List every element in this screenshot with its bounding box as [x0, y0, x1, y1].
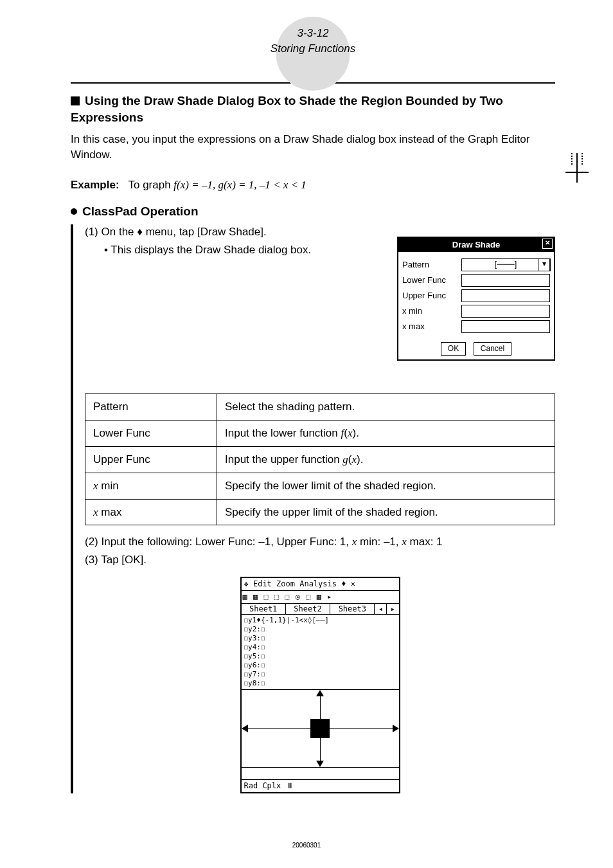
cancel-button[interactable]: Cancel	[474, 342, 511, 356]
step-3: (3) Tap [OK].	[85, 552, 555, 568]
table-row: Lower FuncInput the lower function f(x).	[85, 420, 555, 447]
pattern-label: Pattern	[402, 259, 461, 271]
square-bullet-icon	[71, 96, 80, 105]
dialog-title: Draw Shade ✕	[398, 238, 554, 252]
page-section: Storing Functions	[271, 42, 355, 55]
ok-button[interactable]: OK	[441, 342, 466, 356]
calc-tabs[interactable]: Sheet1 Sheet2 Sheet3 ◂ ▸	[242, 604, 399, 615]
graph-panel	[242, 690, 399, 768]
steps-block: (1) On the ♦ menu, tap [Draw Shade]. • T…	[71, 224, 555, 793]
page-header: 3-3-12 Storing Functions	[71, 26, 555, 57]
example-line: Example: To graph f(x) = –1, g(x) = 1, –…	[71, 177, 555, 193]
xmin-label: x min	[402, 305, 461, 317]
tab-sheet2[interactable]: Sheet2	[286, 604, 330, 615]
intro-text: In this case, you input the expressions …	[71, 132, 555, 163]
step-2: (2) Input the following: Lower Func: –1,…	[85, 534, 555, 550]
table-row: x minSpecify the lower limit of the shad…	[85, 473, 555, 499]
calc-toolbar[interactable]: ▦ ▦ ⬚ ⬚ ⬚ ◎ ⬚ ▦ ▸	[242, 591, 399, 604]
calc-input-line[interactable]	[242, 768, 399, 780]
upper-func-input[interactable]	[461, 289, 550, 302]
tab-sheet1[interactable]: Sheet1	[242, 604, 286, 615]
lower-func-label: Lower Func	[402, 275, 461, 286]
xmax-input[interactable]	[461, 320, 550, 333]
close-icon[interactable]: ✕	[542, 239, 553, 249]
lower-func-input[interactable]	[461, 274, 550, 287]
table-row: Upper FuncInput the upper function g(x).	[85, 446, 555, 473]
calculator-screen: ❖ Edit Zoom Analysis ♦ ✕ ▦ ▦ ⬚ ⬚ ⬚ ◎ ⬚ ▦…	[240, 577, 400, 793]
table-row: x maxSpecify the upper limit of the shad…	[85, 499, 555, 525]
operation-heading: ClassPad Operation	[71, 203, 555, 221]
example-expression: f(x) = –1, g(x) = 1, –1 < x < 1	[173, 179, 306, 191]
draw-shade-dialog: Draw Shade ✕ Pattern [───] ▾ Lower Func …	[397, 237, 555, 361]
xmax-label: x max	[402, 321, 461, 332]
footer-date: 20060301	[0, 841, 613, 850]
calc-statusbar: Rad Cplx ⏸	[242, 780, 399, 792]
chevron-down-icon[interactable]: ▾	[538, 258, 551, 271]
pattern-select[interactable]: [───] ▾	[461, 258, 550, 271]
section-heading: Using the Draw Shade Dialog Box to Shade…	[71, 93, 555, 127]
function-list[interactable]: ☐y1♦{-1,1}|-1<x◊[──] ☐y2:☐ ☐y3:☐ ☐y4:☐ ☐…	[242, 615, 399, 690]
crop-mark-icon	[565, 153, 589, 183]
calc-menubar[interactable]: ❖ Edit Zoom Analysis ♦ ✕	[242, 578, 399, 591]
example-label: Example:	[71, 179, 120, 191]
upper-func-label: Upper Func	[402, 290, 461, 302]
param-table: PatternSelect the shading pattern. Lower…	[85, 393, 555, 525]
xmin-input[interactable]	[461, 305, 550, 318]
table-row: PatternSelect the shading pattern.	[85, 394, 555, 420]
tab-left-icon[interactable]: ◂	[375, 604, 387, 615]
tab-right-icon[interactable]: ▸	[387, 604, 398, 615]
page-code: 3-3-12	[297, 27, 328, 39]
tab-sheet3[interactable]: Sheet3	[330, 604, 375, 615]
bullet-icon	[71, 208, 77, 215]
